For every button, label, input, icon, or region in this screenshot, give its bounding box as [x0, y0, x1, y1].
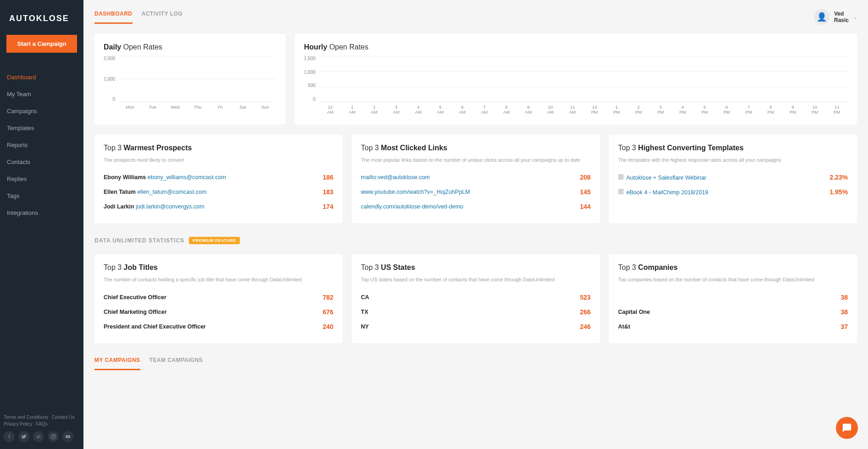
sidebar-item-campaigns[interactable]: Campaigns [0, 103, 83, 120]
avatar: 👤 [814, 9, 829, 25]
linkedin-icon[interactable]: in [33, 431, 44, 442]
start-campaign-button[interactable]: Start a Campaign [6, 35, 77, 53]
sidebar-item-contacts[interactable]: Contacts [0, 153, 83, 170]
sidebar-footer: Terms and Conditions · Contact Us Privac… [0, 415, 83, 442]
link-row: mailto:ved@autoklose.com208 [361, 170, 591, 185]
facebook-icon[interactable]: f [4, 431, 15, 442]
daily-chart-card: Daily Open Rates 2,0001,0000MonTueWedThu… [94, 34, 286, 125]
state-row: TX266 [361, 305, 591, 319]
job-row: Chief Executive Officer782 [104, 290, 333, 305]
link-row: calendly.com/autoklose-demo/ved-demo144 [361, 199, 591, 214]
company-row: 38 [618, 290, 848, 305]
chevron-down-icon: ⌄ [853, 15, 857, 20]
main-content: DASHBOARDACTIVITY LOG 👤 Ved Rasic ⌄ Dail… [83, 0, 868, 449]
sidebar-item-my-team[interactable]: My Team [0, 86, 83, 103]
document-icon [618, 189, 624, 194]
templates-card: Top 3 Highest Converting Templates The t… [609, 135, 857, 223]
tab-dashboard[interactable]: DASHBOARD [94, 11, 133, 24]
logo: AUTOKLOSE [0, 14, 83, 35]
job-row: President and Chief Executive Officer240 [104, 319, 333, 334]
sidebar-item-dashboard[interactable]: Dashboard [0, 69, 83, 86]
sidebar-item-replies[interactable]: Replies [0, 170, 83, 187]
sidebar: AUTOKLOSE Start a Campaign DashboardMy T… [0, 0, 83, 449]
company-row: At&t37 [618, 319, 848, 334]
youtube-icon[interactable] [62, 431, 73, 442]
state-row: CA523 [361, 290, 591, 305]
premium-badge: PREMIUM FEATURE [189, 237, 239, 244]
chat-button[interactable] [836, 417, 858, 439]
warmest-prospects-card: Top 3 Warmest Prospects The prospects mo… [94, 135, 343, 223]
tab-my-campaigns[interactable]: MY CAMPAIGNS [94, 357, 140, 370]
template-row: eBook 4 - MailChimp 2018/20191.95% [618, 185, 848, 199]
svg-point-1 [52, 436, 54, 438]
template-row: Autoklose + Salesflare Webinar2.23% [618, 170, 848, 185]
sidebar-item-tags[interactable]: Tags [0, 187, 83, 204]
user-menu[interactable]: 👤 Ved Rasic ⌄ [814, 9, 857, 25]
footer-contact[interactable]: Contact Us [52, 415, 74, 420]
sidebar-item-integrations[interactable]: Integrations [0, 204, 83, 221]
job-row: Chief Marketing Officer676 [104, 305, 333, 319]
tab-activity-log[interactable]: ACTIVITY LOG [142, 11, 183, 24]
job-titles-card: Top 3 Job Titles The number of contacts … [94, 254, 343, 343]
link-row: www.youtube.com/watch?v=_HojZuhPpLM145 [361, 185, 591, 199]
us-states-card: Top 3 US States Top US states based on t… [352, 254, 600, 343]
nav-list: DashboardMy TeamCampaignsTemplatesReport… [0, 69, 83, 221]
twitter-icon[interactable] [18, 431, 29, 442]
prospect-row: Ebony Williams ebony_williams@comcast.co… [104, 170, 333, 185]
state-row: NY246 [361, 319, 591, 334]
sidebar-item-templates[interactable]: Templates [0, 120, 83, 137]
company-row: Capital One38 [618, 305, 848, 319]
tab-team-campaigns[interactable]: TEAM CAMPAIGNS [149, 357, 203, 370]
prospect-row: Jodi Larkin jodi.larkin@convergys.com174 [104, 199, 333, 214]
data-unlimited-header: DATA UNLIMITED STATISTICS PREMIUM FEATUR… [94, 237, 857, 244]
footer-terms[interactable]: Terms and Conditions [4, 415, 48, 420]
prospect-row: Ellen Tatum ellen_tatum@comcast.com183 [104, 185, 333, 199]
document-icon [618, 174, 624, 180]
hourly-chart-card: Hourly Open Rates 1,5001,000500012AM1AM2… [295, 34, 857, 125]
instagram-icon[interactable] [48, 431, 59, 442]
campaigns-tabs: MY CAMPAIGNSTEAM CAMPAIGNS [94, 357, 857, 370]
sidebar-item-reports[interactable]: Reports [0, 137, 83, 153]
footer-privacy[interactable]: Privacy Policy [4, 422, 32, 427]
topbar: DASHBOARDACTIVITY LOG 👤 Ved Rasic ⌄ [94, 0, 857, 25]
top-tabs: DASHBOARDACTIVITY LOG [94, 11, 182, 24]
user-last: Rasic [834, 17, 849, 23]
user-first: Ved [834, 11, 849, 17]
companies-card: Top 3 Companies Top companies based on t… [609, 254, 857, 343]
svg-point-2 [55, 435, 55, 436]
clicked-links-card: Top 3 Most Clicked Links The most popula… [352, 135, 600, 223]
footer-faqs[interactable]: FAQs [36, 422, 48, 427]
